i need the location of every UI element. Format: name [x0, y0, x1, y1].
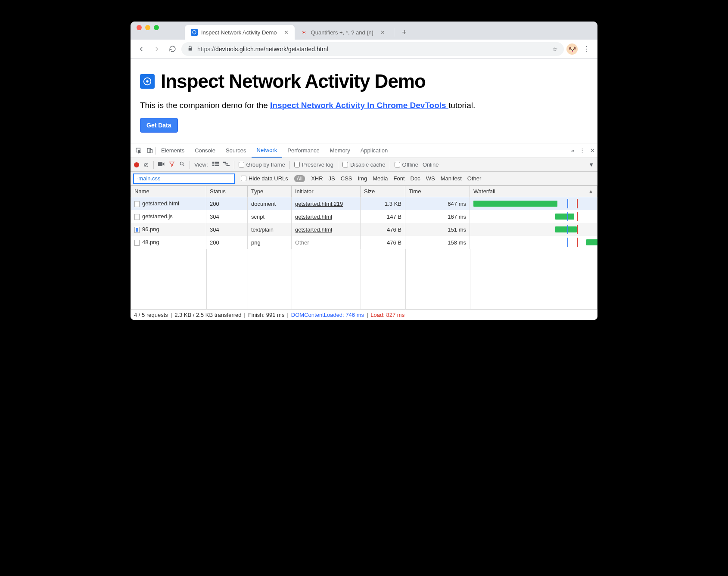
svg-rect-11	[212, 165, 214, 166]
tab-divider	[394, 28, 394, 37]
devtools-favicon-icon	[191, 29, 198, 36]
tab-strip: Inspect Network Activity Demo ✕ ✶ Quanti…	[131, 22, 597, 40]
devtools-tab-application[interactable]: Application	[355, 143, 393, 158]
status-requests: 4 / 5 requests	[134, 312, 168, 318]
column-header-initiator[interactable]: Initiator	[292, 186, 361, 197]
filter-icon[interactable]	[169, 161, 175, 168]
status-finish: Finish: 991 ms	[248, 312, 285, 318]
table-row[interactable]: 48.png200pngOther476 B158 ms	[131, 236, 597, 249]
file-icon	[134, 240, 140, 246]
url-text: https://devtools.glitch.me/network/getst…	[197, 46, 328, 53]
group-by-frame-checkbox[interactable]: Group by frame	[239, 161, 285, 168]
close-window-button[interactable]	[137, 25, 142, 30]
filter-all-pill[interactable]: All	[294, 175, 305, 182]
filter-type-css[interactable]: CSS	[341, 175, 352, 182]
window-controls	[137, 22, 159, 40]
more-tabs-icon[interactable]: »	[571, 147, 574, 154]
devtools-tab-performance[interactable]: Performance	[282, 143, 324, 158]
svg-rect-16	[224, 164, 228, 164]
minimize-window-button[interactable]	[145, 25, 150, 30]
bug-favicon-icon: ✶	[301, 29, 308, 36]
tutorial-link[interactable]: Inspect Network Activity In Chrome DevTo…	[270, 101, 448, 110]
close-tab-icon[interactable]: ✕	[380, 29, 385, 36]
filter-input[interactable]	[133, 173, 235, 184]
column-header-status[interactable]: Status	[206, 186, 248, 197]
initiator-link[interactable]: getstarted.html:219	[295, 201, 343, 207]
back-button[interactable]	[135, 43, 148, 56]
initiator-link[interactable]: getstarted.html	[295, 214, 332, 220]
large-rows-icon[interactable]	[212, 161, 219, 168]
profile-avatar[interactable]: 🐶	[566, 43, 578, 55]
device-toggle-icon[interactable]	[144, 147, 156, 154]
column-header-type[interactable]: Type	[248, 186, 292, 197]
filter-type-other[interactable]: Other	[467, 175, 482, 182]
table-row[interactable]: 96.png304text/plaingetstarted.html476 B1…	[131, 223, 597, 236]
column-header-waterfall[interactable]: Waterfall▲	[470, 186, 597, 197]
reload-button[interactable]	[166, 43, 179, 56]
svg-rect-10	[212, 164, 214, 164]
disable-cache-checkbox[interactable]: Disable cache	[342, 161, 386, 168]
network-table: NameStatusTypeInitiatorSizeTimeWaterfall…	[131, 186, 597, 249]
menu-icon[interactable]: ⋮	[580, 43, 593, 56]
filter-type-js[interactable]: JS	[329, 175, 335, 182]
file-icon	[134, 227, 140, 233]
record-button[interactable]	[134, 162, 139, 167]
page-title: Inspect Network Activity Demo	[161, 71, 426, 92]
column-header-size[interactable]: Size	[361, 186, 405, 197]
browser-tab-inactive[interactable]: ✶ Quantifiers +, *, ? and {n} ✕	[295, 25, 392, 40]
table-empty-area	[131, 249, 597, 309]
waterfall-cell	[473, 238, 594, 247]
throttling-select[interactable]: Online	[423, 161, 439, 168]
column-header-name[interactable]: Name	[131, 186, 206, 197]
search-icon[interactable]	[179, 161, 185, 168]
devtools-tab-memory[interactable]: Memory	[325, 143, 355, 158]
browser-tab-active[interactable]: Inspect Network Activity Demo ✕	[185, 25, 295, 40]
clear-icon[interactable]: ⊘	[143, 161, 149, 169]
new-tab-button[interactable]: +	[397, 25, 412, 40]
toolbar-expand-icon[interactable]: ▼	[588, 161, 594, 168]
preserve-log-checkbox[interactable]: Preserve log	[294, 161, 333, 168]
camera-icon[interactable]	[158, 161, 165, 168]
maximize-window-button[interactable]	[154, 25, 159, 30]
devtools-close-icon[interactable]: ✕	[590, 147, 595, 154]
filter-type-doc[interactable]: Doc	[411, 175, 420, 182]
waterfall-cell	[473, 212, 594, 221]
forward-button[interactable]	[150, 43, 163, 56]
filter-type-font[interactable]: Font	[394, 175, 405, 182]
devtools-tab-sources[interactable]: Sources	[221, 143, 252, 158]
get-data-button[interactable]: Get Data	[140, 118, 178, 133]
filter-type-media[interactable]: Media	[373, 175, 388, 182]
waterfall-cell	[473, 199, 594, 208]
close-tab-icon[interactable]: ✕	[284, 29, 289, 36]
waterfall-overview-icon[interactable]	[223, 161, 230, 168]
page-logo-icon	[140, 74, 155, 89]
devtools-tab-network[interactable]: Network	[252, 143, 283, 158]
browser-toolbar: https://devtools.glitch.me/network/getst…	[131, 40, 597, 59]
devtools-tab-console[interactable]: Console	[190, 143, 221, 158]
waterfall-cell	[473, 225, 594, 234]
initiator-link[interactable]: getstarted.html	[295, 226, 332, 233]
page-content: Inspect Network Activity Demo This is th…	[131, 59, 597, 143]
table-row[interactable]: getstarted.html200documentgetstarted.htm…	[131, 197, 597, 211]
table-row[interactable]: getstarted.js304scriptgetstarted.html147…	[131, 210, 597, 223]
hide-data-urls-checkbox[interactable]: Hide data URLs	[241, 175, 288, 182]
filter-type-manifest[interactable]: Manifest	[441, 175, 462, 182]
svg-rect-0	[191, 29, 198, 36]
svg-rect-12	[215, 162, 219, 163]
page-body: This is the companion demo for the Inspe…	[140, 101, 588, 110]
bookmark-star-icon[interactable]: ☆	[552, 46, 558, 53]
status-domcontentloaded: DOMContentLoaded: 746 ms	[291, 312, 364, 318]
tab-title: Quantifiers +, *, ? and {n}	[311, 29, 374, 36]
offline-checkbox[interactable]: Offline	[395, 161, 418, 168]
filter-type-ws[interactable]: WS	[426, 175, 435, 182]
filter-type-xhr[interactable]: XHR	[311, 175, 323, 182]
filter-type-img[interactable]: Img	[358, 175, 367, 182]
network-status-bar: 4 / 5 requests | 2.3 KB / 2.5 KB transfe…	[131, 309, 597, 320]
lock-icon	[187, 46, 193, 53]
devtools-menu-icon[interactable]: ⋮	[579, 147, 585, 154]
column-header-time[interactable]: Time	[405, 186, 470, 197]
svg-rect-17	[226, 165, 230, 166]
devtools-tab-elements[interactable]: Elements	[156, 143, 190, 158]
address-bar[interactable]: https://devtools.glitch.me/network/getst…	[181, 42, 564, 56]
inspect-icon[interactable]	[133, 147, 144, 154]
